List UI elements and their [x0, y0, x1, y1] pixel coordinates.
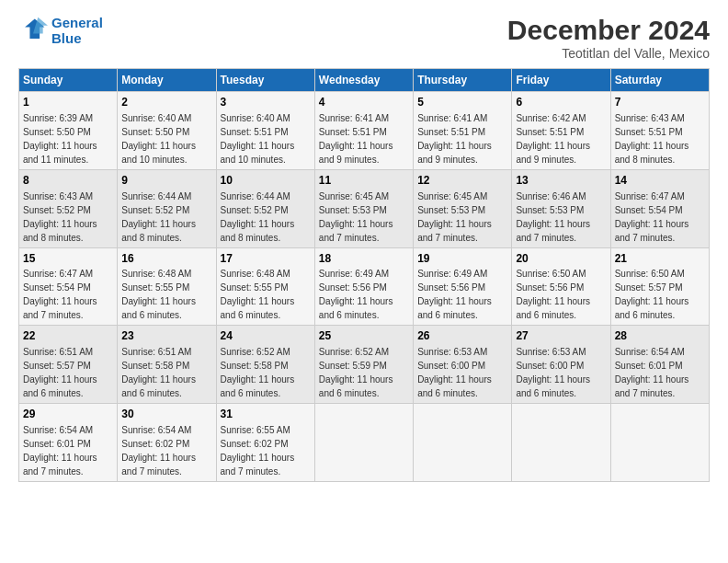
day-cell: 10Sunrise: 6:44 AM Sunset: 5:52 PM Dayli… — [216, 169, 314, 247]
day-info: Sunrise: 6:51 AM Sunset: 5:57 PM Dayligh… — [23, 347, 97, 398]
day-number: 21 — [615, 251, 705, 267]
day-info: Sunrise: 6:41 AM Sunset: 5:51 PM Dayligh… — [417, 113, 492, 165]
day-cell: 1Sunrise: 6:39 AM Sunset: 5:50 PM Daylig… — [19, 92, 118, 170]
day-info: Sunrise: 6:46 AM Sunset: 5:53 PM Dayligh… — [516, 191, 590, 243]
day-info: Sunrise: 6:47 AM Sunset: 5:54 PM Dayligh… — [23, 269, 97, 320]
day-info: Sunrise: 6:52 AM Sunset: 5:59 PM Dayligh… — [319, 347, 393, 398]
header: General Blue December 2024 Teotitlan del… — [18, 15, 710, 61]
day-info: Sunrise: 6:43 AM Sunset: 5:51 PM Dayligh… — [615, 113, 689, 165]
day-cell — [512, 404, 610, 482]
day-cell: 26Sunrise: 6:53 AM Sunset: 6:00 PM Dayli… — [414, 326, 512, 404]
day-cell: 17Sunrise: 6:48 AM Sunset: 5:55 PM Dayli… — [216, 247, 314, 326]
day-cell: 3Sunrise: 6:40 AM Sunset: 5:51 PM Daylig… — [216, 92, 314, 170]
day-number: 19 — [417, 251, 507, 267]
week-row-1: 1Sunrise: 6:39 AM Sunset: 5:50 PM Daylig… — [19, 92, 710, 170]
col-header-sunday: Sunday — [19, 69, 118, 92]
col-header-wednesday: Wednesday — [314, 69, 413, 92]
day-cell: 9Sunrise: 6:44 AM Sunset: 5:52 PM Daylig… — [118, 169, 216, 247]
day-cell — [314, 404, 413, 482]
day-cell: 13Sunrise: 6:46 AM Sunset: 5:53 PM Dayli… — [512, 169, 610, 247]
page: General Blue December 2024 Teotitlan del… — [0, 0, 728, 563]
day-info: Sunrise: 6:49 AM Sunset: 5:56 PM Dayligh… — [319, 269, 393, 320]
day-number: 11 — [319, 173, 409, 189]
day-number: 9 — [121, 173, 211, 189]
day-cell: 6Sunrise: 6:42 AM Sunset: 5:51 PM Daylig… — [512, 92, 610, 170]
day-info: Sunrise: 6:50 AM Sunset: 5:57 PM Dayligh… — [615, 269, 689, 320]
day-cell: 2Sunrise: 6:40 AM Sunset: 5:50 PM Daylig… — [118, 92, 216, 170]
day-info: Sunrise: 6:39 AM Sunset: 5:50 PM Dayligh… — [23, 113, 97, 165]
day-info: Sunrise: 6:48 AM Sunset: 5:55 PM Dayligh… — [221, 269, 295, 320]
day-number: 12 — [417, 173, 507, 189]
day-number: 31 — [221, 407, 311, 422]
day-info: Sunrise: 6:40 AM Sunset: 5:50 PM Dayligh… — [121, 113, 196, 165]
day-cell: 11Sunrise: 6:45 AM Sunset: 5:53 PM Dayli… — [314, 169, 413, 247]
day-cell: 27Sunrise: 6:53 AM Sunset: 6:00 PM Dayli… — [512, 326, 610, 404]
day-cell — [414, 404, 512, 482]
day-info: Sunrise: 6:40 AM Sunset: 5:51 PM Dayligh… — [221, 113, 295, 165]
week-row-3: 15Sunrise: 6:47 AM Sunset: 5:54 PM Dayli… — [19, 247, 710, 326]
title-block: December 2024 Teotitlan del Valle, Mexic… — [507, 15, 710, 61]
day-number: 14 — [615, 173, 705, 189]
day-info: Sunrise: 6:53 AM Sunset: 6:00 PM Dayligh… — [516, 347, 590, 398]
day-cell: 29Sunrise: 6:54 AM Sunset: 6:01 PM Dayli… — [19, 404, 118, 482]
col-header-tuesday: Tuesday — [216, 69, 314, 92]
day-info: Sunrise: 6:54 AM Sunset: 6:02 PM Dayligh… — [121, 425, 196, 477]
day-number: 13 — [516, 173, 606, 189]
day-info: Sunrise: 6:45 AM Sunset: 5:53 PM Dayligh… — [319, 191, 393, 243]
day-info: Sunrise: 6:53 AM Sunset: 6:00 PM Dayligh… — [417, 347, 492, 398]
day-number: 23 — [121, 328, 211, 344]
calendar-table: SundayMondayTuesdayWednesdayThursdayFrid… — [18, 68, 710, 482]
day-cell: 30Sunrise: 6:54 AM Sunset: 6:02 PM Dayli… — [118, 404, 216, 482]
day-info: Sunrise: 6:51 AM Sunset: 5:58 PM Dayligh… — [121, 347, 196, 398]
day-cell: 23Sunrise: 6:51 AM Sunset: 5:58 PM Dayli… — [118, 326, 216, 404]
day-cell: 25Sunrise: 6:52 AM Sunset: 5:59 PM Dayli… — [314, 326, 413, 404]
day-number: 18 — [319, 251, 409, 267]
day-number: 17 — [221, 251, 311, 267]
day-number: 22 — [23, 328, 113, 344]
day-cell: 19Sunrise: 6:49 AM Sunset: 5:56 PM Dayli… — [414, 247, 512, 326]
day-cell: 28Sunrise: 6:54 AM Sunset: 6:01 PM Dayli… — [610, 326, 709, 404]
day-cell: 21Sunrise: 6:50 AM Sunset: 5:57 PM Dayli… — [610, 247, 709, 326]
col-header-saturday: Saturday — [610, 69, 709, 92]
day-number: 28 — [615, 328, 705, 344]
day-number: 20 — [516, 251, 606, 267]
day-info: Sunrise: 6:44 AM Sunset: 5:52 PM Dayligh… — [221, 191, 295, 243]
day-info: Sunrise: 6:54 AM Sunset: 6:01 PM Dayligh… — [23, 425, 97, 477]
day-number: 16 — [121, 251, 211, 267]
day-number: 29 — [23, 407, 113, 422]
day-cell: 8Sunrise: 6:43 AM Sunset: 5:52 PM Daylig… — [19, 169, 118, 247]
day-number: 7 — [615, 95, 705, 110]
day-cell: 24Sunrise: 6:52 AM Sunset: 5:58 PM Dayli… — [216, 326, 314, 404]
day-cell: 4Sunrise: 6:41 AM Sunset: 5:51 PM Daylig… — [314, 92, 413, 170]
day-number: 24 — [221, 328, 311, 344]
day-info: Sunrise: 6:49 AM Sunset: 5:56 PM Dayligh… — [417, 269, 492, 320]
day-info: Sunrise: 6:47 AM Sunset: 5:54 PM Dayligh… — [615, 191, 689, 243]
day-number: 5 — [417, 95, 507, 110]
day-info: Sunrise: 6:52 AM Sunset: 5:58 PM Dayligh… — [221, 347, 295, 398]
header-row: SundayMondayTuesdayWednesdayThursdayFrid… — [19, 69, 710, 92]
week-row-4: 22Sunrise: 6:51 AM Sunset: 5:57 PM Dayli… — [19, 326, 710, 404]
day-info: Sunrise: 6:44 AM Sunset: 5:52 PM Dayligh… — [121, 191, 196, 243]
day-number: 6 — [516, 95, 606, 110]
main-title: December 2024 — [507, 15, 710, 46]
logo-icon — [18, 16, 48, 45]
day-number: 10 — [221, 173, 311, 189]
logo: General Blue — [18, 15, 103, 46]
day-number: 2 — [121, 95, 211, 110]
day-number: 1 — [23, 95, 113, 110]
day-cell: 12Sunrise: 6:45 AM Sunset: 5:53 PM Dayli… — [414, 169, 512, 247]
day-cell: 18Sunrise: 6:49 AM Sunset: 5:56 PM Dayli… — [314, 247, 413, 326]
week-row-5: 29Sunrise: 6:54 AM Sunset: 6:01 PM Dayli… — [19, 404, 710, 482]
day-info: Sunrise: 6:55 AM Sunset: 6:02 PM Dayligh… — [221, 425, 295, 477]
day-number: 25 — [319, 328, 409, 344]
day-cell: 14Sunrise: 6:47 AM Sunset: 5:54 PM Dayli… — [610, 169, 709, 247]
day-number: 30 — [121, 407, 211, 422]
day-info: Sunrise: 6:50 AM Sunset: 5:56 PM Dayligh… — [516, 269, 590, 320]
day-info: Sunrise: 6:43 AM Sunset: 5:52 PM Dayligh… — [23, 191, 97, 243]
day-cell: 5Sunrise: 6:41 AM Sunset: 5:51 PM Daylig… — [414, 92, 512, 170]
logo-text: General Blue — [51, 15, 103, 46]
day-cell: 16Sunrise: 6:48 AM Sunset: 5:55 PM Dayli… — [118, 247, 216, 326]
subtitle: Teotitlan del Valle, Mexico — [507, 46, 710, 61]
day-cell: 31Sunrise: 6:55 AM Sunset: 6:02 PM Dayli… — [216, 404, 314, 482]
day-cell: 15Sunrise: 6:47 AM Sunset: 5:54 PM Dayli… — [19, 247, 118, 326]
